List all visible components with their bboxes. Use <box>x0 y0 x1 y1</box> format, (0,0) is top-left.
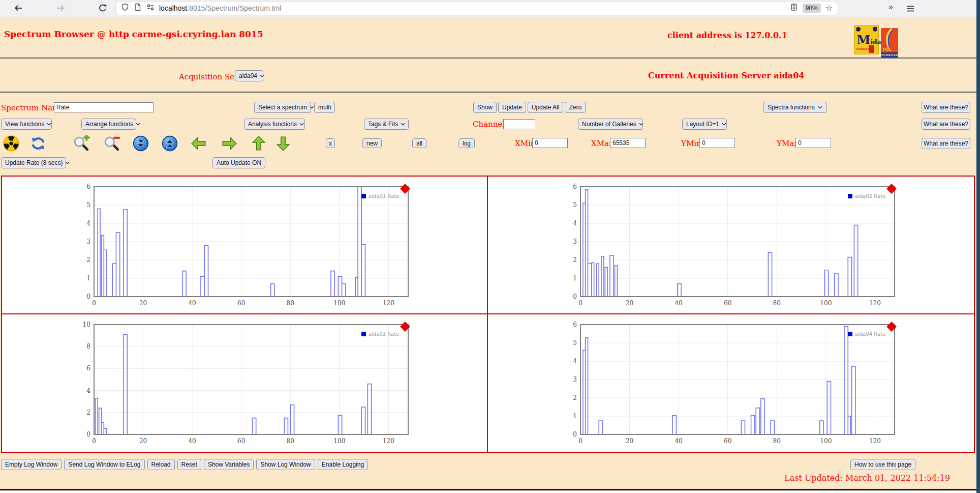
bookmark-star-icon[interactable]: ☆ <box>825 4 833 12</box>
ymax-input[interactable] <box>795 138 831 148</box>
channel-input[interactable] <box>503 119 535 129</box>
reader-mode-icon[interactable] <box>790 3 798 13</box>
forward-button[interactable] <box>56 4 65 13</box>
what-are-these-button-2[interactable]: What are these? <box>922 119 970 130</box>
enable-logging-button[interactable]: Enable Logging <box>318 459 368 470</box>
arrow-down-icon[interactable] <box>274 135 292 152</box>
x-axis-button[interactable]: x <box>326 138 335 148</box>
view-functions-dropdown[interactable]: View functions <box>1 119 52 130</box>
svg-text:0: 0 <box>92 300 96 307</box>
shield-icon[interactable] <box>121 3 129 13</box>
reset-button[interactable]: Reset <box>177 459 201 470</box>
svg-text:1: 1 <box>573 413 577 420</box>
midas-shield-icon <box>873 27 877 32</box>
last-updated-text: Last Updated: March 01, 2022 11:54:19 <box>784 473 950 483</box>
svg-text:80: 80 <box>773 300 781 307</box>
svg-text:6: 6 <box>573 321 577 328</box>
svg-text:80: 80 <box>773 438 781 445</box>
log-button[interactable]: log <box>458 138 475 148</box>
svg-text:0: 0 <box>573 431 577 438</box>
svg-text:aida03 Rate: aida03 Rate <box>369 331 399 337</box>
url-text[interactable]: localhost:8015/Spectrum/Spectrum.tml <box>159 4 281 12</box>
refresh-icon[interactable] <box>29 135 47 152</box>
arrange-functions-dropdown[interactable]: Arrange functions <box>81 119 136 130</box>
send-log-to-elog-button[interactable]: Send Log Window to ELog <box>64 459 144 470</box>
show-variables-button[interactable]: Show Variables <box>204 459 254 470</box>
chevron-down-icon <box>310 106 314 109</box>
browser-toolbar: localhost:8015/Spectrum/Spectrum.tml 90%… <box>0 0 976 17</box>
tags-fits-dropdown[interactable]: Tags & Fits <box>364 119 409 130</box>
ymin-input[interactable] <box>699 138 735 148</box>
spectrum-name-input[interactable] <box>54 102 154 112</box>
update-button[interactable]: Update <box>498 102 526 113</box>
spectrum-chart-aida04[interactable]: 0123456020406080100120aida04 Rate <box>563 317 899 448</box>
scroll-down-icon[interactable] <box>132 135 149 152</box>
client-address: client address is 127.0.0.1 <box>667 31 787 40</box>
svg-text:20: 20 <box>626 300 633 307</box>
radiation-icon[interactable] <box>3 135 20 152</box>
svg-text:100: 100 <box>333 300 345 307</box>
arrow-right-icon[interactable] <box>221 135 238 152</box>
reload-page-button[interactable]: Reload <box>147 459 175 470</box>
current-acquisition-server: Current Acquisition Server aida04 <box>648 71 804 80</box>
spectrum-chart-aida01[interactable]: 0123456020406080100120aida01 Rate <box>77 180 412 310</box>
number-of-galleries-dropdown[interactable]: Number of Galleries <box>578 119 643 130</box>
zero-button[interactable]: Zero <box>565 102 586 113</box>
zoom-out-icon[interactable] <box>103 135 120 152</box>
all-button[interactable]: all <box>412 138 426 148</box>
scroll-up-icon[interactable] <box>161 135 178 152</box>
log-buttons-row: Empty Log Window Send Log Window to ELog… <box>1 459 368 470</box>
svg-text:40: 40 <box>675 438 682 445</box>
how-to-use-button[interactable]: How to use this page <box>850 459 915 470</box>
back-button[interactable] <box>14 4 23 13</box>
update-rate-dropdown[interactable]: Update Rate (8 secs) <box>1 157 66 168</box>
page-info-icon[interactable] <box>134 3 142 13</box>
zoom-in-icon[interactable] <box>73 135 90 152</box>
analysis-functions-dropdown[interactable]: Analysis functions <box>244 119 305 130</box>
channel-label: Channel: <box>473 120 507 129</box>
svg-text:3: 3 <box>573 376 577 383</box>
app-menu-icon[interactable] <box>906 4 915 15</box>
svg-text:4: 4 <box>86 387 90 394</box>
auto-update-button[interactable]: Auto Update ON <box>212 157 265 168</box>
multi-button[interactable]: multi <box>314 102 335 113</box>
chevron-down-icon <box>299 123 304 126</box>
site-permissions-icon[interactable] <box>146 3 155 13</box>
spectrum-browser-page: Spectrum Browser @ http carme-gsi.cryrin… <box>0 17 976 493</box>
svg-text:60: 60 <box>237 300 245 307</box>
midas-logo[interactable]: Midas powered by <box>854 25 879 54</box>
empty-log-window-button[interactable]: Empty Log Window <box>1 459 62 470</box>
update-all-button[interactable]: Update All <box>528 102 564 113</box>
arrow-left-icon[interactable] <box>190 135 207 152</box>
spectrum-chart-aida02[interactable]: 0123456020406080100120aida02 Rate <box>563 180 899 310</box>
layout-id-dropdown[interactable]: Layout ID=1 <box>682 119 727 130</box>
svg-text:120: 120 <box>869 438 881 445</box>
spectrum-action-buttons: Show Update Update All Zero <box>473 102 586 113</box>
svg-text:80: 80 <box>287 438 294 445</box>
reload-button[interactable] <box>98 4 107 13</box>
chart-cell: 0246810020406080100120aida03 Rate <box>2 314 488 452</box>
show-button[interactable]: Show <box>473 102 497 113</box>
acquisition-server-select[interactable]: aida04 <box>235 70 263 81</box>
url-bar[interactable]: localhost:8015/Spectrum/Spectrum.tml 90%… <box>116 2 838 15</box>
xmax-input[interactable] <box>610 138 646 148</box>
show-log-window-button[interactable]: Show Log Window <box>256 459 315 470</box>
tcl-powered-logo[interactable]: TCL POWERED <box>881 28 898 57</box>
zoom-level-badge[interactable]: 90% <box>803 4 821 13</box>
spectra-functions-dropdown[interactable]: Spectra functions <box>763 102 826 113</box>
new-button[interactable]: new <box>362 138 382 148</box>
window-edge-strip <box>976 0 980 493</box>
chevron-down-icon <box>136 123 140 126</box>
what-are-these-button-3[interactable]: What are these? <box>922 138 970 149</box>
svg-text:0: 0 <box>86 431 90 438</box>
what-are-these-button-1[interactable]: What are these? <box>922 102 970 113</box>
overflow-menu-icon[interactable]: » <box>889 3 892 12</box>
svg-text:100: 100 <box>820 438 832 445</box>
svg-text:2: 2 <box>573 256 577 264</box>
chevron-down-icon <box>401 123 405 126</box>
xmin-input[interactable] <box>532 138 568 148</box>
svg-text:1: 1 <box>573 275 577 282</box>
arrow-up-icon[interactable] <box>250 135 267 152</box>
spectrum-chart-aida03[interactable]: 0246810020406080100120aida03 Rate <box>77 317 412 448</box>
select-spectrum-dropdown[interactable]: Select a spectrum <box>254 102 311 113</box>
